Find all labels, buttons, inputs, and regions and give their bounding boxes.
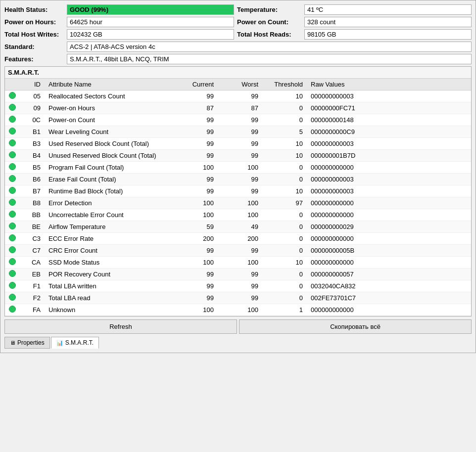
status-dot-cell [5,292,20,304]
threshold-cell: 0 [262,102,307,114]
status-dot-cell [5,221,20,233]
status-dot [9,258,16,265]
raw-cell: 002FE73701C7 [307,292,471,304]
table-row: B3 Used Reserved Block Count (Total) 99 … [5,138,471,150]
power-on-hours-label: Power on Hours: [4,17,64,27]
features-label: Features: [4,54,64,64]
raw-cell: 0032040CA832 [307,280,471,292]
threshold-cell: 0 [262,233,307,245]
health-status-value: GOOD (99%) [67,4,234,15]
id-cell: B4 [20,150,45,162]
name-cell: SSD Mode Status [45,257,173,269]
raw-cell: 000000000000 [307,162,471,174]
raw-cell: 000000000003 [307,138,471,150]
tab-smart[interactable]: 📊 S.M.A.R.T. [51,337,99,349]
info-grid: Health Status: GOOD (99%) Temperature: 4… [4,4,472,40]
status-dot [9,282,16,289]
raw-cell: 000000000000 [307,233,471,245]
smart-scroll-area[interactable]: ID Attribute Name Current Worst Threshol… [5,79,471,316]
raw-cell: 000000000003 [307,174,471,185]
status-dot [9,139,16,146]
id-cell: 09 [20,102,45,114]
threshold-cell: 1 [262,304,307,316]
status-dot [9,199,16,206]
id-cell: C3 [20,233,45,245]
name-cell: ECC Error Rate [45,233,173,245]
standard-value: ACS-2 | ATA8-ACS version 4c [67,42,472,52]
table-row: B1 Wear Leveling Count 99 99 5 000000000… [5,126,471,138]
smart-table: ID Attribute Name Current Worst Threshol… [5,79,471,316]
threshold-cell: 0 [262,174,307,185]
current-cell: 100 [173,257,218,269]
name-cell: Power-on Hours [45,102,173,114]
table-row: BB Uncorrectable Error Count 100 100 0 0… [5,209,471,221]
raw-cell: 000000000057 [307,269,471,280]
tab-bar: 🖥 Properties 📊 S.M.A.R.T. [4,337,472,349]
table-row: 0C Power-on Count 99 99 0 000000000148 [5,114,471,126]
table-row: 09 Power-on Hours 87 87 0 00000000FC71 [5,102,471,114]
worst-cell: 99 [218,114,262,126]
copy-all-button[interactable]: Скопировать всё [239,319,472,334]
id-cell: B8 [20,197,45,209]
id-cell: CA [20,257,45,269]
current-cell: 200 [173,233,218,245]
threshold-cell: 0 [262,221,307,233]
status-dot-cell [5,209,20,221]
worst-cell: 99 [218,126,262,138]
threshold-cell: 10 [262,257,307,269]
name-cell: Total LBA read [45,292,173,304]
worst-cell: 99 [218,269,262,280]
status-dot [9,92,16,99]
status-dot [9,175,16,182]
raw-col-header: Raw Values [307,79,471,90]
current-cell: 100 [173,162,218,174]
standard-row: Standard: ACS-2 | ATA8-ACS version 4c [4,42,472,52]
status-dot [9,246,16,253]
status-dot-cell [5,269,20,280]
refresh-button[interactable]: Refresh [4,319,237,334]
total-host-writes-label: Total Host Writes: [4,29,64,40]
status-dot [9,128,16,135]
id-cell: 0C [20,114,45,126]
status-dot-cell [5,174,20,185]
status-dot [9,223,16,229]
tab-smart-label: S.M.A.R.T. [65,339,94,346]
name-cell: Runtime Bad Block (Total) [45,185,173,197]
name-cell: Wear Leveling Count [45,126,173,138]
power-on-hours-value: 64625 hour [67,17,234,27]
raw-cell: 0000000000C9 [307,126,471,138]
status-dot-cell [5,138,20,150]
id-cell: B3 [20,138,45,150]
name-cell: Total LBA written [45,280,173,292]
status-dot [9,163,16,170]
standard-label: Standard: [4,42,64,52]
threshold-cell: 0 [262,245,307,257]
status-dot-cell [5,185,20,197]
tab-properties[interactable]: 🖥 Properties [4,337,50,349]
raw-cell: 000000000003 [307,90,471,102]
id-cell: BE [20,221,45,233]
status-dot [9,187,16,194]
id-cell: C7 [20,245,45,257]
current-cell: 99 [173,138,218,150]
temperature-value: 41 ºC [304,4,472,15]
table-row: CA SSD Mode Status 100 100 10 0000000000… [5,257,471,269]
status-dot-cell [5,280,20,292]
worst-cell: 99 [218,280,262,292]
status-dot [9,294,16,301]
status-dot-cell [5,257,20,269]
main-container: Health Status: GOOD (99%) Temperature: 4… [0,0,476,353]
health-status-label: Health Status: [4,4,64,15]
status-dot-cell [5,126,20,138]
raw-cell: 00000000005B [307,245,471,257]
threshold-cell: 10 [262,150,307,162]
status-dot [9,211,16,218]
id-cell: FA [20,304,45,316]
worst-cell: 100 [218,197,262,209]
status-dot-cell [5,304,20,316]
current-cell: 99 [173,150,218,162]
name-cell: Used Reserved Block Count (Total) [45,138,173,150]
name-cell: Reallocated Sectors Count [45,90,173,102]
raw-cell: 000000000000 [307,197,471,209]
status-dot [9,116,16,123]
